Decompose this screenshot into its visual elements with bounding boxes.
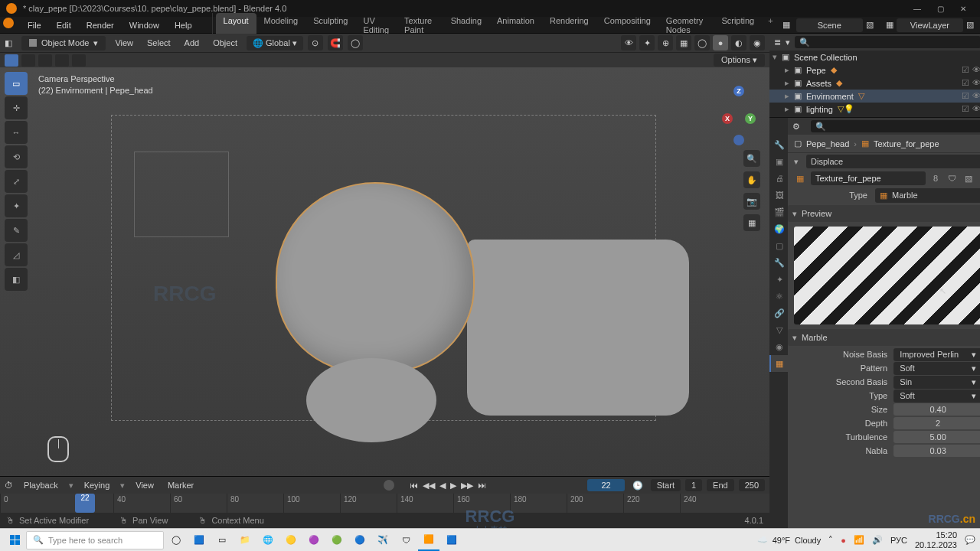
tab-scene-icon[interactable]: 🎬 [769, 204, 788, 220]
viewlayer-new-icon[interactable]: ▧ [966, 20, 974, 30]
action-center-icon[interactable]: 💬 [965, 535, 975, 545]
navigation-gizmo[interactable]: Z Y X [717, 86, 760, 129]
proportional-edit-icon[interactable]: ◯ [348, 35, 363, 51]
timeline-editor-icon[interactable]: ⏱ [5, 481, 13, 490]
jump-start-icon[interactable]: ⏮ [410, 481, 418, 490]
new-texture-icon[interactable]: ▧ [962, 172, 975, 184]
security-icon[interactable]: 🛡 [395, 530, 416, 551]
exclude-toggle-icon[interactable]: ☑ [962, 65, 969, 75]
task-view-icon[interactable]: ▭ [211, 530, 233, 551]
visibility-toggle-icon[interactable]: 👁 [972, 91, 980, 101]
keyframe-prev-icon[interactable]: ◀◀ [423, 481, 435, 491]
shading-rendered-icon[interactable]: ◉ [750, 35, 765, 51]
mode-selector[interactable]: Object Mode ▾ [21, 36, 106, 51]
tab-material-icon[interactable]: ◉ [769, 338, 788, 355]
tray-wifi-icon[interactable]: 📶 [854, 535, 864, 545]
scene-new-icon[interactable]: ▧ [866, 20, 874, 30]
shading-material-icon[interactable]: ◐ [731, 35, 746, 51]
overlay-toggle-icon[interactable]: ⊕ [658, 35, 673, 51]
perspective-toggle-icon[interactable]: ▦ [743, 214, 760, 231]
zoom-icon[interactable]: 🔍 [743, 150, 760, 167]
camera-view-icon[interactable]: 📷 [743, 193, 760, 210]
tab-modifiers-icon[interactable]: 🔧 [769, 254, 788, 271]
transform-tool[interactable]: ✦ [5, 194, 28, 217]
chrome-icon[interactable]: 🟡 [280, 530, 302, 551]
file-explorer-icon[interactable]: 📁 [234, 530, 256, 551]
breadcrumb-object[interactable]: Pepe_head [806, 139, 849, 148]
selection-mode-icon[interactable] [5, 54, 18, 67]
cortana-icon[interactable]: ◯ [165, 530, 187, 551]
marble-section-header[interactable]: ▾ Marble ⠿ [788, 329, 980, 346]
menu-edit[interactable]: Edit [49, 18, 79, 33]
texture-name-field[interactable] [811, 171, 926, 185]
start-button[interactable] [5, 530, 24, 550]
tab-particles-icon[interactable]: ✦ [769, 271, 788, 288]
outliner-item-envirnoment[interactable]: ▸ ▣ Envirnoment ▽ ☑👁📷 [769, 90, 980, 103]
fake-user-icon[interactable]: 🛡 [946, 172, 958, 184]
axis-y-icon[interactable]: Y [745, 113, 756, 124]
preview-section-header[interactable]: ▾ Preview ⠿ [788, 205, 980, 222]
visibility-toggle-icon[interactable]: 👁 [972, 104, 980, 114]
tab-texture-icon[interactable]: ▦ [769, 355, 788, 372]
modifier-selector[interactable]: ▾ Displace ▾ [794, 153, 980, 170]
marble-type-dropdown[interactable]: Soft▾ [893, 390, 980, 403]
scene-browse-icon[interactable]: ▦ [779, 18, 793, 31]
copilot-icon[interactable]: 🟦 [188, 530, 210, 551]
tray-chevron-up-icon[interactable]: ˄ [828, 535, 833, 545]
tray-notification-icon[interactable]: ● [841, 536, 846, 545]
current-frame-field[interactable]: 22 [587, 479, 624, 491]
axis-z-icon[interactable]: Z [733, 86, 744, 96]
viewlayer-icon[interactable]: ▦ [886, 20, 893, 30]
breadcrumb-texture[interactable]: Texture_for_pepe [874, 139, 939, 148]
shading-solid-icon[interactable]: ● [713, 35, 728, 51]
outliner-item-pepe[interactable]: ▸ ▣ Pepe ◆ ☑👁📷 [769, 64, 980, 77]
viewport-menu-object[interactable]: Object [208, 36, 242, 50]
start-frame-field[interactable]: 1 [685, 479, 702, 491]
turbulence-field[interactable]: 5.00 [893, 431, 980, 443]
telegram-icon[interactable]: ✈️ [372, 530, 394, 551]
blender-taskbar-icon[interactable]: 🟧 [418, 530, 439, 551]
edge-icon[interactable]: 🌐 [257, 530, 279, 551]
pivot-point-icon[interactable]: ⊙ [308, 35, 323, 51]
timeline-menu-view[interactable]: View [132, 479, 157, 491]
window-close-button[interactable]: ✕ [952, 2, 974, 15]
timeline-menu-keying[interactable]: Keying [81, 479, 113, 491]
gizmo-toggle-icon[interactable]: ✦ [639, 35, 655, 51]
texture-browse-icon[interactable]: ▦ [794, 172, 806, 184]
display-mode-icon[interactable]: ▾ [786, 37, 790, 47]
timeline-menu-marker[interactable]: Marker [165, 479, 197, 491]
menu-file[interactable]: File [20, 18, 49, 33]
tab-render-icon[interactable]: ▣ [769, 153, 788, 170]
tab-world-icon[interactable]: 🌍 [769, 220, 788, 237]
menu-window[interactable]: Window [122, 18, 167, 33]
cursor-tool[interactable]: ✛ [5, 96, 28, 119]
tab-object-icon[interactable]: ▢ [769, 237, 788, 254]
app-icon[interactable]: 🟢 [326, 530, 348, 551]
selection-mode-5-icon[interactable] [72, 54, 86, 67]
taskbar-search-input[interactable]: 🔍 Type here to search [26, 531, 164, 549]
app-icon[interactable]: 🔵 [349, 530, 371, 551]
outliner-root[interactable]: ▾ ▣ Scene Collection [769, 51, 980, 64]
tab-data-icon[interactable]: ▽ [769, 321, 788, 338]
keyframe-next-icon[interactable]: ▶▶ [461, 481, 473, 491]
tab-tool-icon[interactable]: 🔧 [769, 136, 788, 153]
autokey-icon[interactable] [384, 480, 394, 491]
tray-lang-icon[interactable]: РУС [890, 536, 907, 545]
shading-wireframe-icon[interactable]: ◯ [694, 35, 710, 51]
visibility-toggle-icon[interactable]: 👁 [972, 78, 980, 88]
window-maximize-button[interactable]: ▢ [929, 2, 951, 15]
playhead[interactable]: 22 [75, 494, 95, 513]
annotate-tool[interactable]: ✎ [5, 219, 28, 242]
axis-neg-icon[interactable] [733, 135, 744, 145]
axis-x-icon[interactable]: X [722, 113, 733, 124]
exclude-toggle-icon[interactable]: ☑ [962, 104, 969, 114]
viewport-menu-view[interactable]: View [110, 36, 138, 50]
timeline-track[interactable]: 0 40 60 80 100 120 140 160 180 200 220 2… [0, 494, 769, 513]
play-reverse-icon[interactable]: ◀ [439, 481, 446, 491]
selection-mode-4-icon[interactable] [55, 54, 69, 67]
3d-viewport[interactable]: ▭ ✛ ↔ ⟲ ⤢ ✦ ✎ ◿ ◧ Camera Perspective (22… [0, 67, 769, 476]
properties-search-input[interactable]: 🔍 [811, 120, 980, 132]
app-icon[interactable]: 🟣 [303, 530, 325, 551]
play-icon[interactable]: ▶ [450, 481, 456, 491]
timeline-menu-playback[interactable]: Playback [21, 479, 61, 491]
